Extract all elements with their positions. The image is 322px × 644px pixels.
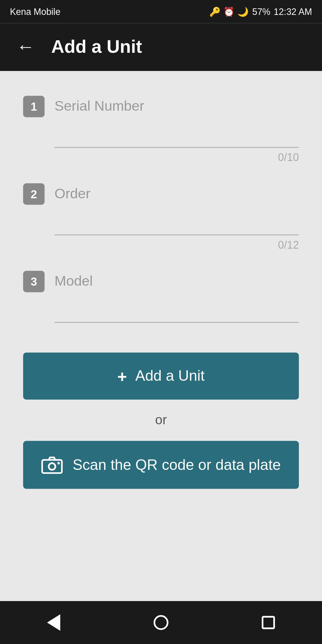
model-input-area[interactable] (55, 297, 299, 323)
battery-label: 57% (252, 7, 270, 16)
scan-button[interactable]: Scan the QR code or data plate (23, 441, 299, 489)
model-header: 3 Model (23, 271, 299, 292)
serial-number-label: Serial Number (55, 98, 144, 115)
carrier-label: Kena Mobile (10, 7, 60, 16)
svg-point-2 (57, 462, 60, 464)
button-section: + Add a Unit or Scan the QR code or data… (23, 352, 299, 489)
status-bar: Kena Mobile 🔑 ⏰ 🌙 57% 12:32 AM (0, 0, 322, 23)
nav-recents-icon (262, 616, 275, 629)
nav-home-button[interactable] (141, 603, 181, 643)
serial-number-input-area[interactable] (55, 122, 299, 148)
serial-number-field: 1 Serial Number 0/10 (23, 96, 299, 163)
main-content: 1 Serial Number 0/10 2 Order 0/12 3 Mode… (0, 71, 322, 601)
add-unit-button-label: Add a Unit (135, 367, 205, 385)
scan-button-label: Scan the QR code or data plate (72, 456, 281, 473)
model-label: Model (55, 273, 93, 290)
nav-back-icon (47, 614, 60, 631)
status-right-group: 🔑 ⏰ 🌙 57% 12:32 AM (209, 6, 312, 17)
svg-point-1 (49, 463, 55, 470)
plus-icon: + (117, 368, 127, 384)
nav-back-button[interactable] (34, 603, 74, 643)
order-header: 2 Order (23, 183, 299, 205)
order-input-area[interactable] (55, 210, 299, 235)
app-bar: ← Add a Unit (0, 23, 322, 71)
bottom-nav (0, 601, 322, 644)
serial-number-char-count: 0/10 (55, 151, 299, 164)
nav-home-icon (154, 615, 168, 630)
nav-recents-button[interactable] (249, 603, 288, 643)
svg-rect-0 (42, 460, 62, 473)
page-title: Add a Unit (51, 36, 142, 58)
add-unit-button[interactable]: + Add a Unit (23, 352, 299, 400)
step-badge-1: 1 (23, 96, 45, 117)
or-text: or (155, 413, 167, 428)
order-field: 2 Order 0/12 (23, 183, 299, 251)
model-field: 3 Model (23, 271, 299, 323)
status-icons: 🔑 ⏰ 🌙 (209, 6, 249, 17)
back-arrow-icon: ← (16, 36, 35, 58)
model-input[interactable] (55, 297, 299, 319)
back-button[interactable]: ← (13, 33, 38, 61)
serial-number-header: 1 Serial Number (23, 96, 299, 117)
order-char-count: 0/12 (55, 239, 299, 251)
order-input[interactable] (55, 210, 299, 231)
step-badge-3: 3 (23, 271, 45, 292)
time-label: 12:32 AM (274, 7, 312, 16)
serial-number-input[interactable] (55, 122, 299, 144)
camera-icon (41, 456, 63, 474)
step-badge-2: 2 (23, 183, 45, 205)
order-label: Order (55, 186, 90, 202)
